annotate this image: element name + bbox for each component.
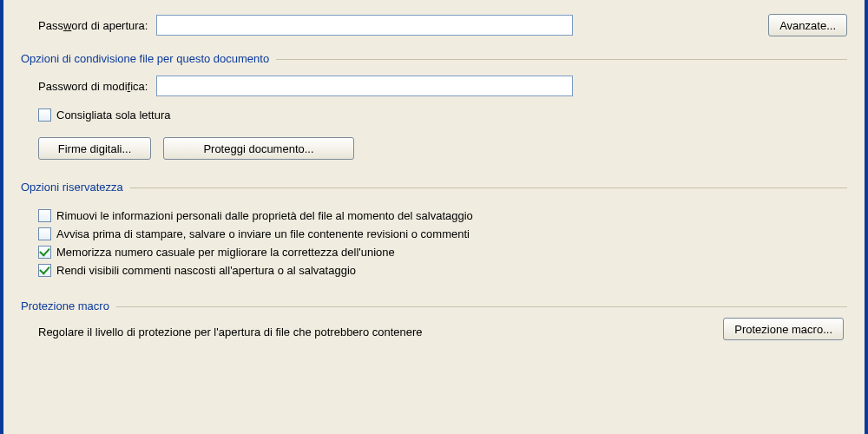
readonly-checkbox-row: Consigliata sola lettura bbox=[38, 108, 847, 122]
hidden-comments-checkbox-row: Rendi visibili commenti nascosti all'ape… bbox=[38, 264, 847, 277]
open-password-label: Password di apertura: bbox=[21, 19, 156, 32]
warn-checkbox-row: Avvisa prima di stampare, salvare o invi… bbox=[38, 227, 847, 240]
hidden-comments-label: Rendi visibili commenti nascosti all'ape… bbox=[56, 264, 356, 277]
macro-group-header: Protezione macro bbox=[21, 299, 847, 312]
modify-password-row: Password di modifica: bbox=[38, 76, 847, 96]
privacy-group-title: Opzioni riservatezza bbox=[21, 181, 130, 194]
security-options-dialog: Password di apertura: Avanzate... Opzion… bbox=[0, 0, 868, 434]
protect-document-button[interactable]: Proteggi documento... bbox=[163, 137, 354, 160]
macro-group-title: Protezione macro bbox=[21, 299, 116, 312]
open-password-input[interactable] bbox=[156, 15, 573, 36]
digital-signatures-button[interactable]: Firme digitali... bbox=[38, 137, 151, 160]
readonly-checkbox[interactable] bbox=[38, 108, 51, 122]
open-password-row: Password di apertura: Avanzate... bbox=[21, 14, 847, 36]
random-checkbox-row: Memorizza numero casuale per migliorare … bbox=[38, 246, 847, 259]
warn-checkbox[interactable] bbox=[38, 227, 51, 240]
remove-info-label: Rimuovi le informazioni personali dalle … bbox=[56, 209, 473, 222]
macro-protection-button[interactable]: Protezione macro... bbox=[723, 318, 844, 340]
share-group-header: Opzioni di condivisione file per questo … bbox=[21, 52, 847, 65]
privacy-group-header: Opzioni riservatezza bbox=[21, 181, 847, 194]
advanced-button[interactable]: Avanzate... bbox=[768, 14, 847, 36]
share-group-body: Password di modifica: Consigliata sola l… bbox=[21, 72, 847, 167]
macro-group-body: Regolare il livello di protezione per l'… bbox=[21, 319, 847, 344]
remove-info-checkbox[interactable] bbox=[38, 209, 51, 222]
modify-password-label: Password di modifica: bbox=[38, 80, 156, 93]
random-label: Memorizza numero casuale per migliorare … bbox=[56, 246, 395, 259]
share-buttons-row: Firme digitali... Proteggi documento... bbox=[38, 134, 847, 163]
random-checkbox[interactable] bbox=[38, 246, 51, 259]
privacy-group-body: Rimuovi le informazioni personali dalle … bbox=[21, 201, 847, 286]
remove-info-checkbox-row: Rimuovi le informazioni personali dalle … bbox=[38, 209, 847, 222]
hidden-comments-checkbox[interactable] bbox=[38, 264, 51, 277]
modify-password-input[interactable] bbox=[156, 76, 573, 96]
share-group-title: Opzioni di condivisione file per questo … bbox=[21, 52, 276, 65]
warn-label: Avvisa prima di stampare, salvare o invi… bbox=[56, 227, 470, 240]
readonly-label: Consigliata sola lettura bbox=[56, 108, 171, 122]
